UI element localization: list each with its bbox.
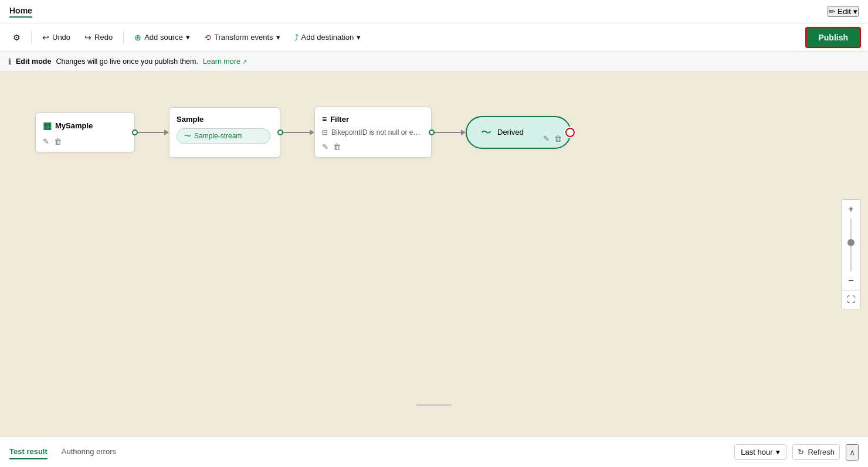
derived-title: Derived: [497, 128, 524, 137]
settings-button[interactable]: ⚙: [7, 29, 26, 46]
sample-output-dot: [277, 129, 283, 135]
time-range-chevron-icon: ▾: [776, 448, 780, 456]
add-destination-icon: ⤴: [294, 33, 299, 42]
filter-node[interactable]: ≡ Filter ⊟ BikepointID is not null or e……: [314, 107, 432, 158]
arrow-3: [461, 129, 466, 135]
derived-edit-icon[interactable]: ✎: [543, 134, 550, 143]
mysample-delete-icon[interactable]: 🗑: [54, 137, 62, 146]
info-icon: ℹ: [8, 57, 11, 66]
connector-line-1: [135, 132, 164, 133]
connector-2: [280, 129, 314, 135]
connector-line-3: [432, 132, 461, 133]
zoom-controls: + − ⛶: [841, 199, 861, 309]
redo-button[interactable]: ↪ Redo: [79, 29, 118, 46]
mysample-node[interactable]: ▦ MySample ✎ 🗑: [35, 113, 135, 152]
filter-row-icon: ⊟: [322, 128, 328, 137]
separator-2: [123, 30, 124, 45]
add-source-chevron-icon: ▾: [186, 33, 190, 42]
transform-events-icon: ⟲: [204, 33, 211, 42]
undo-label: Undo: [52, 33, 70, 42]
title-bar-right: ✏ Edit ▾: [828, 6, 859, 17]
refresh-icon: ↻: [798, 448, 804, 456]
sample-title: Sample: [177, 115, 270, 124]
zoom-in-button[interactable]: +: [842, 200, 860, 219]
zoom-slider-thumb[interactable]: [847, 239, 855, 246]
zoom-slider-track: [850, 219, 852, 271]
publish-button[interactable]: Publish: [805, 27, 861, 48]
derived-output-dot[interactable]: [565, 128, 575, 137]
external-link-icon: ↗: [242, 59, 247, 65]
mysample-edit-icon[interactable]: ✎: [43, 137, 49, 146]
tab-authoring-errors[interactable]: Authoring errors: [62, 445, 116, 459]
filter-output-dot: [429, 129, 435, 135]
filter-edit-icon[interactable]: ✎: [322, 142, 328, 151]
filter-content: ⊟ BikepointID is not null or e…: [322, 128, 422, 137]
edit-mode-label: Edit mode: [16, 57, 51, 66]
stream-icon: 〜: [184, 131, 191, 141]
collapse-button[interactable]: ∧: [846, 444, 859, 461]
separator-1: [31, 30, 32, 45]
zoom-fit-button[interactable]: ⛶: [842, 290, 860, 309]
redo-icon: ↪: [84, 33, 91, 42]
refresh-label: Refresh: [808, 448, 835, 456]
bottom-tabs: Test result Authoring errors: [9, 445, 734, 459]
filter-title: ≡ Filter: [322, 114, 422, 124]
stream-pill: 〜 Sample-stream: [177, 128, 270, 144]
tab-test-result[interactable]: Test result: [9, 445, 48, 459]
derived-delete-icon[interactable]: 🗑: [554, 134, 562, 143]
derived-node[interactable]: 〜 Derived ✎ 🗑: [466, 116, 571, 149]
undo-button[interactable]: ↩ Undo: [36, 29, 76, 46]
mysample-actions: ✎ 🗑: [43, 137, 125, 146]
bottom-controls: Last hour ▾ ↻ Refresh ∧: [734, 444, 859, 461]
canvas[interactable]: ▦ MySample ✎ 🗑 Sample 〜 Sample-stream: [0, 71, 868, 437]
sample-node[interactable]: Sample 〜 Sample-stream: [169, 107, 280, 158]
connector-3: [432, 129, 466, 135]
add-source-icon: ⊕: [134, 33, 141, 42]
connector-line-2: [280, 132, 310, 133]
time-range-dropdown[interactable]: Last hour ▾: [734, 444, 786, 460]
add-destination-label: Add destination: [301, 33, 354, 42]
arrow-2: [310, 129, 314, 135]
undo-icon: ↩: [42, 33, 49, 42]
bottom-panel: Test result Authoring errors Last hour ▾…: [0, 437, 868, 467]
edit-icon: ✏: [829, 7, 835, 16]
redo-label: Redo: [94, 33, 113, 42]
connector-1: [135, 129, 169, 135]
time-range-label: Last hour: [741, 448, 772, 456]
transform-events-button[interactable]: ⟲ Transform events ▾: [198, 29, 286, 46]
transform-events-label: Transform events: [214, 33, 273, 42]
refresh-button[interactable]: ↻ Refresh: [792, 444, 840, 460]
toolbar: ⚙ ↩ Undo ↪ Redo ⊕ Add source ▾ ⟲ Transfo…: [0, 23, 868, 52]
add-source-button[interactable]: ⊕ Add source ▾: [128, 29, 196, 46]
arrow-1: [164, 129, 169, 135]
info-bar: ℹ Edit mode Changes will go live once yo…: [0, 52, 868, 71]
mysample-icon: ▦: [43, 120, 52, 131]
sample-content: 〜 Sample-stream: [177, 128, 270, 144]
title-bar: Home ✏ Edit ▾: [0, 0, 868, 23]
edit-label: Edit: [838, 7, 851, 16]
derived-actions: ✎ 🗑: [543, 134, 562, 143]
info-message: Changes will go live once you publish th…: [56, 57, 198, 66]
filter-icon: ≡: [322, 114, 327, 124]
zoom-out-button[interactable]: −: [842, 271, 860, 290]
filter-actions: ✎ 🗑: [322, 142, 422, 151]
flow-container: ▦ MySample ✎ 🗑 Sample 〜 Sample-stream: [35, 107, 571, 158]
learn-more-link[interactable]: Learn more ↗: [203, 57, 247, 66]
add-destination-chevron-icon: ▾: [357, 33, 361, 42]
scroll-indicator: [416, 404, 452, 406]
fit-icon: ⛶: [847, 295, 855, 304]
learn-more-label: Learn more: [203, 57, 240, 66]
transform-events-chevron-icon: ▾: [276, 33, 280, 42]
add-destination-button[interactable]: ⤴ Add destination ▾: [289, 29, 367, 46]
title-bar-left: Home: [9, 6, 32, 18]
add-source-label: Add source: [144, 33, 183, 42]
filter-delete-icon[interactable]: 🗑: [333, 142, 341, 151]
derived-icon: 〜: [481, 125, 491, 139]
mysample-title: ▦ MySample: [43, 120, 125, 131]
chevron-down-icon: ▾: [853, 7, 857, 16]
edit-button[interactable]: ✏ Edit ▾: [828, 6, 859, 17]
mysample-output-dot: [132, 129, 138, 135]
filter-row: ⊟ BikepointID is not null or e…: [322, 128, 422, 137]
settings-icon: ⚙: [13, 33, 21, 42]
home-tab[interactable]: Home: [9, 6, 32, 18]
